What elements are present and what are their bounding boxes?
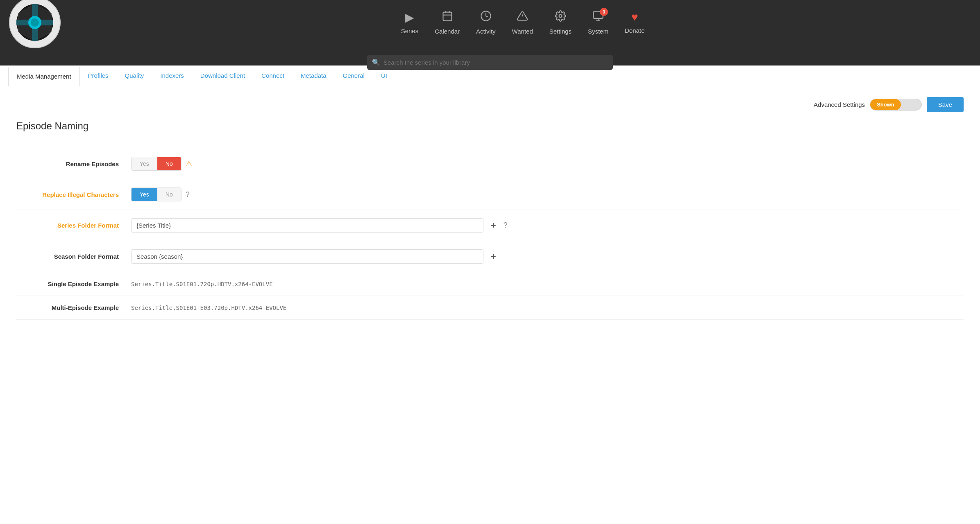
series-folder-plus-btn[interactable]: +: [488, 220, 499, 231]
replace-illegal-toggle[interactable]: Yes No: [131, 187, 181, 201]
wanted-icon: [517, 10, 528, 25]
svg-rect-7: [443, 12, 451, 20]
toggle-hidden[interactable]: [901, 99, 921, 110]
rename-episodes-toggle[interactable]: Yes No: [131, 157, 181, 171]
calendar-icon: [442, 10, 453, 25]
season-folder-controls: +: [131, 249, 964, 264]
tab-connect[interactable]: Connect: [253, 66, 293, 87]
replace-illegal-row: Replace Illegal Characters Yes No ?: [16, 179, 964, 210]
tab-indexers[interactable]: Indexers: [152, 66, 192, 87]
tab-profiles[interactable]: Profiles: [80, 66, 117, 87]
series-folder-help-icon[interactable]: ?: [504, 221, 508, 230]
nav-wanted-label: Wanted: [512, 28, 533, 35]
series-folder-input[interactable]: [131, 218, 483, 233]
series-icon: ▶: [405, 11, 414, 24]
settings-icon: [555, 10, 566, 25]
single-episode-example-row: Single Episode Example Series.Title.S01E…: [16, 272, 964, 296]
save-button[interactable]: Save: [927, 97, 964, 112]
app-logo: [8, 0, 61, 49]
advanced-settings-label: Advanced Settings: [814, 101, 865, 108]
section-episode-naming: Episode Naming: [16, 120, 964, 136]
multi-episode-label: Multi-Episode Example: [16, 304, 131, 311]
rename-yes-btn[interactable]: Yes: [132, 157, 157, 170]
activity-icon: [480, 10, 492, 25]
advanced-toggle[interactable]: Shown: [870, 99, 922, 111]
nav-calendar-label: Calendar: [435, 28, 460, 35]
nav-donate-label: Donate: [625, 27, 644, 34]
replace-yes-btn[interactable]: Yes: [132, 188, 157, 201]
tab-media-management[interactable]: Media Management: [8, 67, 80, 86]
replace-illegal-label: Replace Illegal Characters: [16, 191, 131, 198]
tab-download-client[interactable]: Download Client: [192, 66, 253, 87]
replace-no-btn[interactable]: No: [157, 188, 181, 201]
toggle-shown[interactable]: Shown: [870, 99, 901, 110]
season-folder-plus-btn[interactable]: +: [488, 251, 499, 262]
nav-donate[interactable]: ♥ Donate: [625, 11, 644, 34]
rename-episodes-row: Rename Episodes Yes No ⚠: [16, 149, 964, 179]
tab-metadata[interactable]: Metadata: [293, 66, 335, 87]
rename-episodes-controls: Yes No ⚠: [131, 157, 964, 171]
nav-system-label: System: [588, 28, 608, 35]
series-folder-format-row: Series Folder Format + ?: [16, 210, 964, 241]
svg-point-6: [31, 18, 39, 27]
single-episode-controls: Series.Title.S01E01.720p.HDTV.x264-EVOLV…: [131, 281, 964, 287]
nav-wanted[interactable]: Wanted: [512, 10, 533, 35]
donate-icon: ♥: [631, 11, 638, 24]
multi-episode-controls: Series.Title.S01E01-E03.720p.HDTV.x264-E…: [131, 305, 964, 311]
series-folder-label: Series Folder Format: [16, 222, 131, 229]
season-folder-label: Season Folder Format: [16, 253, 131, 260]
system-icon: 3: [592, 10, 604, 25]
multi-episode-value: Series.Title.S01E01-E03.720p.HDTV.x264-E…: [131, 305, 286, 311]
search-input[interactable]: [367, 55, 613, 70]
single-episode-label: Single Episode Example: [16, 280, 131, 287]
rename-episodes-label: Rename Episodes: [16, 160, 131, 167]
nav-activity-label: Activity: [476, 28, 496, 35]
main-content: Media Management Profiles Quality Indexe…: [0, 66, 980, 524]
settings-content: Advanced Settings Shown Save Episode Nam…: [0, 87, 980, 330]
multi-episode-example-row: Multi-Episode Example Series.Title.S01E0…: [16, 296, 964, 320]
system-badge: 3: [600, 8, 608, 16]
series-folder-controls: + ?: [131, 218, 964, 233]
nav-series-label: Series: [401, 27, 419, 34]
search-icon: 🔍: [372, 59, 380, 66]
replace-help-icon[interactable]: ?: [186, 190, 190, 199]
single-episode-value: Series.Title.S01E01.720p.HDTV.x264-EVOLV…: [131, 281, 273, 287]
season-folder-input[interactable]: [131, 249, 483, 264]
nav-settings[interactable]: Settings: [549, 10, 572, 35]
nav-series[interactable]: ▶ Series: [401, 11, 419, 34]
tab-quality[interactable]: Quality: [117, 66, 152, 87]
nav-calendar[interactable]: Calendar: [435, 10, 460, 35]
svg-point-14: [559, 14, 562, 17]
nav-activity[interactable]: Activity: [476, 10, 496, 35]
rename-no-btn[interactable]: No: [157, 157, 181, 170]
nav-bar: ▶ Series Calendar Activity: [74, 10, 972, 35]
season-folder-format-row: Season Folder Format +: [16, 241, 964, 272]
search-bar: 🔍: [367, 55, 613, 70]
replace-illegal-controls: Yes No ?: [131, 187, 964, 201]
advanced-settings-bar: Advanced Settings Shown Save: [16, 97, 964, 112]
header: ▶ Series Calendar Activity: [0, 0, 980, 66]
nav-system[interactable]: 3 System: [588, 10, 608, 35]
rename-warning-icon: ⚠: [186, 159, 192, 168]
nav-settings-label: Settings: [549, 28, 572, 35]
